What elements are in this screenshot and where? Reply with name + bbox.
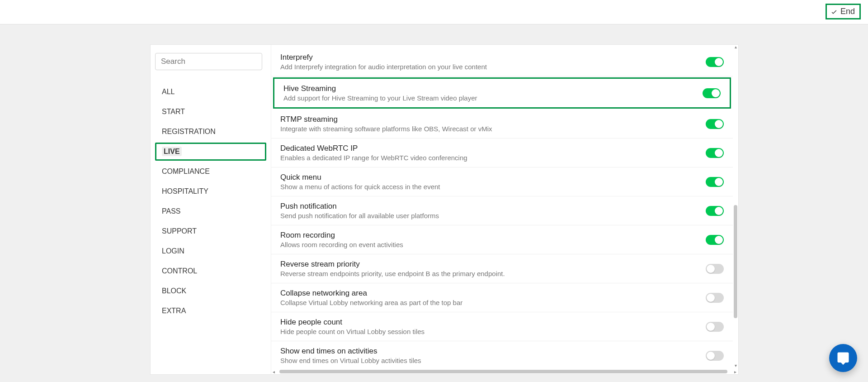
setting-toggle[interactable]	[706, 264, 724, 274]
setting-title: Hide people count	[280, 318, 698, 327]
sidebar-item-registration[interactable]: REGISTRATION	[155, 123, 266, 141]
sidebar-item-block[interactable]: BLOCK	[155, 282, 266, 300]
sidebar-item-control[interactable]: CONTROL	[155, 262, 266, 280]
setting-text: Collapse networking areaCollapse Virtual…	[280, 289, 706, 306]
setting-row: Room recordingAllows room recording on e…	[271, 225, 733, 254]
toggle-knob	[715, 236, 723, 244]
setting-title: Hive Streaming	[283, 84, 695, 93]
setting-title: Push notification	[280, 202, 698, 211]
setting-row: Push notificationSend push notification …	[271, 196, 733, 225]
setting-title: RTMP streaming	[280, 115, 698, 124]
setting-toggle[interactable]	[706, 57, 724, 67]
toggle-knob	[707, 265, 715, 273]
sidebar-item-login[interactable]: LOGIN	[155, 242, 266, 260]
scroll-down-arrow-icon[interactable]: ▾	[733, 363, 738, 368]
setting-description: Allows room recording on event activitie…	[280, 241, 698, 248]
page-body: ALLSTARTREGISTRATIONLIVECOMPLIANCEHOSPIT…	[0, 24, 868, 382]
top-bar: End	[0, 0, 868, 24]
setting-description: Send push notification for all available…	[280, 212, 698, 220]
setting-text: Dedicated WebRTC IPEnables a dedicated I…	[280, 144, 706, 162]
setting-row: Hive StreamingAdd support for Hive Strea…	[273, 77, 731, 109]
setting-title: Reverse stream priority	[280, 260, 698, 269]
chat-fab[interactable]	[829, 344, 857, 372]
setting-title: Interprefy	[280, 53, 698, 62]
toggle-knob	[715, 58, 723, 66]
setting-description: Add support for Hive Streaming to your L…	[283, 94, 695, 102]
sidebar-item-start[interactable]: START	[155, 103, 266, 121]
sidebar-item-pass[interactable]: PASS	[155, 202, 266, 220]
setting-row: Collapse networking areaCollapse Virtual…	[271, 283, 733, 312]
horizontal-scrollbar[interactable]	[274, 370, 733, 373]
setting-title: Show end times on activities	[280, 347, 698, 356]
content-wrap: ▴ InterprefyAdd Interprefy integration f…	[271, 45, 738, 374]
sidebar-item-label: BLOCK	[162, 287, 186, 295]
sidebar-item-label: START	[162, 108, 185, 115]
sidebar-item-label: HOSPITALITY	[162, 187, 208, 195]
end-button[interactable]: End	[826, 4, 861, 19]
setting-text: Push notificationSend push notification …	[280, 202, 706, 220]
setting-description: Integrate with streaming software platfo…	[280, 125, 698, 133]
setting-description: Enables a dedicated IP range for WebRTC …	[280, 154, 698, 162]
setting-row: Hide people countHide people count on Vi…	[271, 312, 733, 341]
sidebar-nav: ALLSTARTREGISTRATIONLIVECOMPLIANCEHOSPIT…	[155, 83, 266, 320]
chat-icon	[836, 351, 850, 365]
setting-text: Hide people countHide people count on Vi…	[280, 318, 706, 335]
sidebar-item-all[interactable]: ALL	[155, 83, 266, 101]
setting-row: Dedicated WebRTC IPEnables a dedicated I…	[271, 138, 733, 167]
setting-title: Collapse networking area	[280, 289, 698, 298]
search-input[interactable]	[155, 53, 262, 70]
sidebar-item-label: ALL	[162, 88, 175, 96]
check-icon	[830, 8, 838, 15]
setting-text: Room recordingAllows room recording on e…	[280, 231, 706, 248]
sidebar-item-label: EXTRA	[162, 307, 186, 315]
setting-row: RTMP streamingIntegrate with streaming s…	[271, 110, 733, 138]
toggle-knob	[707, 323, 715, 331]
setting-toggle[interactable]	[706, 119, 724, 129]
setting-text: RTMP streamingIntegrate with streaming s…	[280, 115, 706, 133]
horizontal-scrollbar-thumb[interactable]	[279, 370, 727, 373]
toggle-knob	[707, 294, 715, 302]
setting-title: Quick menu	[280, 173, 698, 182]
sidebar-item-extra[interactable]: EXTRA	[155, 302, 266, 320]
setting-toggle[interactable]	[706, 206, 724, 216]
setting-description: Reverse stream endpoints priority, use e…	[280, 270, 698, 277]
toggle-knob	[712, 89, 720, 97]
setting-text: Hive StreamingAdd support for Hive Strea…	[283, 84, 703, 102]
vertical-scrollbar-thumb[interactable]	[734, 205, 737, 318]
scroll-right-arrow-icon[interactable]: ▸	[733, 370, 737, 374]
setting-row: Reverse stream priorityReverse stream en…	[271, 254, 733, 283]
setting-text: InterprefyAdd Interprefy integration for…	[280, 53, 706, 71]
setting-toggle[interactable]	[706, 235, 724, 245]
sidebar-item-live[interactable]: LIVE	[155, 143, 266, 161]
toggle-knob	[715, 178, 723, 186]
setting-toggle[interactable]	[703, 88, 721, 98]
setting-toggle[interactable]	[706, 148, 724, 158]
setting-row: Show end times on activitiesShow end tim…	[271, 341, 733, 369]
settings-card: ALLSTARTREGISTRATIONLIVECOMPLIANCEHOSPIT…	[150, 44, 739, 375]
toggle-knob	[715, 120, 723, 128]
setting-toggle[interactable]	[706, 322, 724, 332]
sidebar-item-hospitality[interactable]: HOSPITALITY	[155, 182, 266, 201]
sidebar-item-compliance[interactable]: COMPLIANCE	[155, 162, 266, 181]
setting-description: Collapse Virtual Lobby networking area a…	[280, 299, 698, 306]
toggle-knob	[715, 149, 723, 157]
sidebar-item-label: LIVE	[162, 147, 182, 156]
sidebar-item-label: LOGIN	[162, 247, 184, 255]
sidebar-item-label: COMPLIANCE	[162, 167, 210, 175]
settings-scroll-area[interactable]: InterprefyAdd Interprefy integration for…	[271, 45, 733, 369]
setting-row: InterprefyAdd Interprefy integration for…	[271, 48, 733, 76]
setting-toggle[interactable]	[706, 177, 724, 187]
setting-toggle[interactable]	[706, 351, 724, 361]
setting-description: Show a menu of actions for quick access …	[280, 183, 698, 191]
setting-title: Room recording	[280, 231, 698, 240]
setting-text: Reverse stream priorityReverse stream en…	[280, 260, 706, 277]
vertical-scrollbar[interactable]	[734, 47, 737, 368]
settings-list: InterprefyAdd Interprefy integration for…	[271, 45, 733, 369]
sidebar-item-label: CONTROL	[162, 267, 197, 275]
sidebar-item-support[interactable]: SUPPORT	[155, 222, 266, 240]
setting-text: Quick menuShow a menu of actions for qui…	[280, 173, 706, 191]
sidebar-item-label: SUPPORT	[162, 227, 197, 235]
setting-toggle[interactable]	[706, 293, 724, 303]
sidebar: ALLSTARTREGISTRATIONLIVECOMPLIANCEHOSPIT…	[151, 45, 271, 374]
setting-description: Show end times on Virtual Lobby activiti…	[280, 357, 698, 364]
